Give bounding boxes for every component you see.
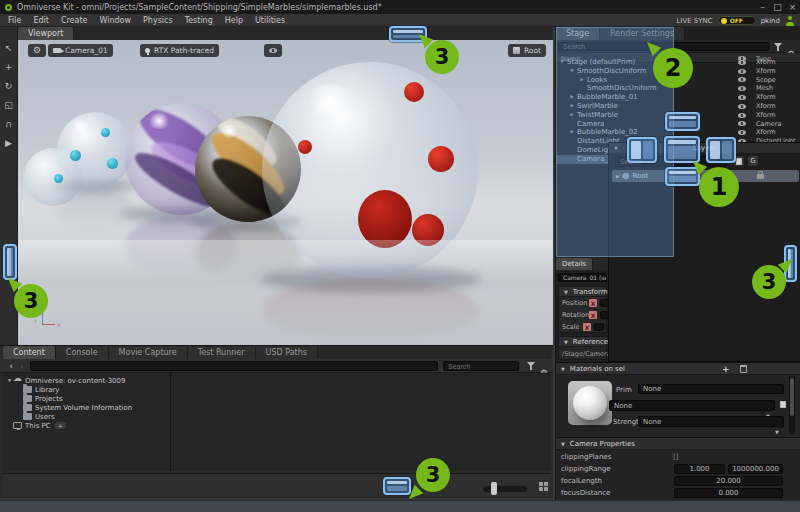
- clear-transform-button[interactable]: X: [589, 311, 597, 319]
- clear-transform-button[interactable]: X: [589, 299, 597, 307]
- menu-item[interactable]: Window: [99, 16, 131, 25]
- slider-thumb[interactable]: [491, 482, 497, 495]
- menu-item[interactable]: Utilities: [255, 16, 285, 25]
- visibility-eye-icon[interactable]: [738, 69, 746, 74]
- tool-button[interactable]: ↻: [2, 79, 16, 92]
- clear-transform-button[interactable]: X: [583, 323, 591, 331]
- prim-type: Xform: [756, 111, 776, 120]
- marble-dot: [70, 150, 81, 161]
- transform-value-field[interactable]: [594, 323, 604, 331]
- visibility-eye-icon[interactable]: [738, 60, 746, 65]
- tool-button[interactable]: ◱: [2, 98, 16, 111]
- tab-details[interactable]: Details: [556, 258, 593, 270]
- collapse-arrow-icon[interactable]: [564, 288, 568, 296]
- content-tree-row[interactable]: Library: [3, 385, 170, 394]
- content-search-input[interactable]: [443, 361, 519, 371]
- close-button[interactable]: ×: [785, 0, 800, 14]
- menu-item[interactable]: Help: [225, 16, 243, 25]
- expand-arrow-icon[interactable]: ▼: [6, 378, 13, 383]
- visibility-menu-button[interactable]: [264, 44, 282, 57]
- visibility-eye-icon[interactable]: [738, 95, 746, 100]
- forward-button[interactable]: ›: [17, 361, 27, 371]
- renderer-select-button[interactable]: RTX Path-traced: [140, 44, 219, 57]
- tool-button[interactable]: ∩: [2, 117, 16, 130]
- menu-item[interactable]: Testing: [185, 16, 213, 25]
- clipping-range-max-field[interactable]: 1000000.000: [728, 464, 783, 474]
- content-tree-row[interactable]: ▼ Omniverse: ov-content-3009: [3, 376, 170, 385]
- menu-item[interactable]: Edit: [33, 16, 49, 25]
- prim-value-field[interactable]: None: [638, 384, 784, 394]
- visibility-eye-icon[interactable]: [738, 121, 746, 126]
- clipping-planes-value[interactable]: []: [673, 453, 678, 461]
- visibility-eye-icon[interactable]: [738, 113, 746, 118]
- marble-dot: [428, 146, 454, 172]
- visibility-eye-icon[interactable]: [738, 130, 746, 135]
- filter-icon[interactable]: [527, 362, 535, 370]
- content-tab[interactable]: Content: [3, 346, 56, 359]
- dock-target-cluster-top[interactable]: [665, 112, 700, 131]
- menu-item[interactable]: Physics: [143, 16, 173, 25]
- maximize-button[interactable]: □: [770, 0, 785, 14]
- visibility-eye-icon[interactable]: [738, 86, 746, 91]
- dock-target-cluster-center[interactable]: [664, 136, 700, 163]
- focus-distance-field[interactable]: 0.000: [674, 488, 783, 498]
- back-button[interactable]: ‹: [6, 361, 16, 371]
- visibility-eye-icon[interactable]: [738, 77, 746, 82]
- content-tree-row[interactable]: Users: [3, 412, 170, 421]
- global-button[interactable]: G: [747, 155, 759, 167]
- live-sync-toggle[interactable]: OFF: [718, 16, 756, 25]
- trash-icon[interactable]: [740, 365, 747, 373]
- callout-3-right: 3: [752, 265, 786, 299]
- content-tab[interactable]: USD Paths: [256, 346, 318, 359]
- viewport-settings-button[interactable]: [28, 44, 46, 57]
- content-nav-row: ‹ ›: [0, 359, 553, 373]
- user-avatar-icon[interactable]: [785, 16, 795, 26]
- add-material-button[interactable]: +: [722, 365, 730, 374]
- content-tab[interactable]: Movie Capture: [109, 346, 188, 359]
- collapse-arrow-icon[interactable]: [564, 338, 568, 346]
- path-bar-input[interactable]: [30, 361, 438, 371]
- dock-target-bottom[interactable]: [383, 477, 411, 495]
- material-dropdown[interactable]: None: [609, 400, 775, 411]
- dock-target-cluster-left[interactable]: [627, 137, 657, 163]
- tab-viewport[interactable]: Viewport: [18, 27, 74, 40]
- dock-target-cluster-bottom[interactable]: [665, 167, 700, 186]
- menu-item[interactable]: Create: [61, 16, 88, 25]
- prim-type: Mesh: [756, 84, 773, 93]
- grid-view-icon[interactable]: [539, 482, 543, 486]
- content-tab[interactable]: Test Runner: [188, 346, 256, 359]
- open-material-icon[interactable]: [780, 401, 786, 408]
- camera-select-button[interactable]: Camera_01: [48, 44, 113, 57]
- tool-button[interactable]: ▶: [2, 136, 16, 149]
- thumbnail-size-slider[interactable]: [483, 486, 527, 492]
- content-tree-row[interactable]: This PC +: [3, 421, 170, 430]
- minimize-button[interactable]: –: [755, 0, 770, 14]
- strength-dropdown[interactable]: None: [638, 416, 784, 427]
- dock-target-cluster-right[interactable]: [706, 137, 736, 163]
- marble-clear-dots: [57, 112, 133, 188]
- collapse-arrow-icon[interactable]: [561, 365, 565, 373]
- marble-dot: [404, 82, 424, 102]
- collapse-arrow-icon[interactable]: [561, 440, 565, 448]
- dock-target-left[interactable]: [3, 244, 17, 280]
- content-tree-row[interactable]: System Volume Information: [3, 403, 170, 412]
- tree-item-icon: [23, 413, 32, 420]
- content-tab[interactable]: Console: [56, 346, 109, 359]
- filter-icon[interactable]: [774, 43, 782, 51]
- viewport-render-area[interactable]: Camera_01 RTX Path-traced Root Y X: [18, 40, 553, 345]
- scrollbar-thumb[interactable]: [790, 378, 794, 416]
- content-tree-row[interactable]: Projects: [3, 394, 170, 403]
- tool-button[interactable]: ↖: [2, 41, 16, 54]
- prim-type: Xform: [756, 128, 776, 137]
- menu-item[interactable]: File: [8, 16, 21, 25]
- tool-button[interactable]: +: [2, 60, 16, 73]
- lock-icon[interactable]: [757, 174, 764, 179]
- focal-length-field[interactable]: 20.000: [674, 476, 783, 486]
- root-button[interactable]: Root: [508, 44, 546, 57]
- visibility-eye-icon[interactable]: [738, 104, 746, 109]
- chevron-down-icon[interactable]: [775, 419, 779, 438]
- content-file-area[interactable]: [171, 373, 551, 471]
- add-connection-badge[interactable]: +: [55, 422, 66, 429]
- camera-button-label: Camera_01: [65, 46, 108, 55]
- clipping-range-min-field[interactable]: 1.000: [674, 464, 725, 474]
